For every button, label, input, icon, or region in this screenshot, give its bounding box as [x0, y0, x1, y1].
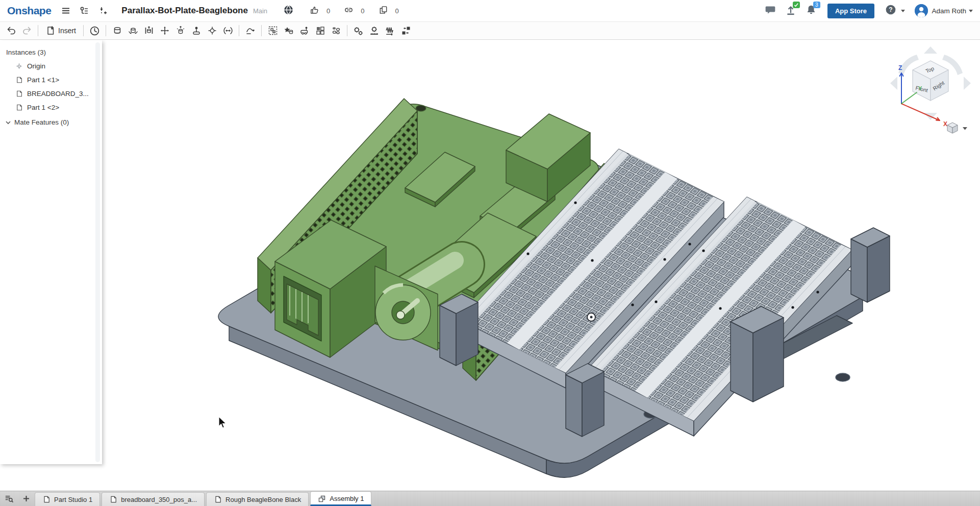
copy-count: 0 [395, 7, 399, 15]
user-menu[interactable]: Adam Roth [932, 7, 966, 15]
onshape-app: Onshape Parallax-Bot-Plate-Beaglebone Ma… [0, 0, 980, 506]
tab-assembly-1[interactable]: Assembly 1 [310, 491, 371, 506]
slider-mate-button[interactable] [141, 23, 157, 38]
user-icon [915, 4, 928, 17]
cylindrical-mate-button[interactable] [172, 23, 188, 38]
cylindrical-mate-icon [175, 26, 186, 36]
instance-label: Part 1 <2> [27, 104, 59, 111]
like-button[interactable] [310, 5, 319, 17]
chevron-down-icon [5, 119, 11, 126]
user-menu-caret-icon [969, 10, 973, 12]
rack-pinion-relation-button[interactable] [366, 23, 382, 38]
view-options-button[interactable] [947, 123, 967, 133]
instances-header: Instances (3) [0, 45, 102, 59]
assembly-toolbar: Insert [0, 21, 980, 40]
mouse-cursor [216, 416, 228, 429]
view-cube[interactable]: Top Front Right Z X Y [887, 43, 974, 138]
help-button[interactable]: ? [885, 4, 905, 17]
origin-icon [15, 62, 23, 70]
snap-mode-button[interactable] [296, 23, 312, 38]
ball-mate-button[interactable] [204, 23, 220, 38]
version-tree-icon [79, 6, 89, 16]
slider-mate-icon [144, 26, 154, 36]
view-options-caret-icon [963, 127, 967, 130]
link-icon [344, 5, 354, 15]
part-icon [15, 76, 23, 84]
branch-button[interactable] [96, 4, 109, 17]
instance-part1-2[interactable]: Part 1 <2> [0, 101, 102, 114]
document-title: Parallax-Bot-Plate-Beaglebone [121, 6, 248, 16]
svg-text:?: ? [889, 6, 892, 13]
instance-part1-1[interactable]: Part 1 <1> [0, 73, 102, 87]
globe-icon [283, 5, 294, 15]
publish-button[interactable] [785, 4, 796, 17]
tab-search-icon [4, 494, 14, 503]
snap-mode-icon [299, 26, 310, 36]
assembly-3d-model[interactable] [0, 40, 980, 491]
origin-marker[interactable] [587, 313, 595, 321]
redo-button[interactable] [19, 23, 35, 38]
planar-mate-icon [160, 26, 170, 36]
z-axis-label: Z [898, 64, 902, 71]
pin-slot-mate-icon [191, 26, 202, 36]
gear-relation-button[interactable] [350, 23, 366, 38]
exploded-view-icon [401, 26, 411, 36]
redo-icon [22, 26, 32, 36]
user-avatar[interactable] [915, 4, 928, 17]
sidebar-scrollbar[interactable] [95, 42, 100, 462]
document-tab-bar: Part Studio 1 breadboard_350_pos_a... Ro… [0, 491, 980, 506]
exploded-view-button[interactable] [398, 23, 414, 38]
tab-part-studio-1[interactable]: Part Studio 1 [35, 492, 100, 506]
tab-label: Assembly 1 [330, 495, 364, 502]
workspace-label[interactable]: Main [253, 7, 267, 15]
instance-breadboard[interactable]: BREADBOARD_3... [0, 87, 102, 101]
instance-label: Origin [27, 62, 45, 70]
check-icon [794, 3, 798, 7]
circular-pattern-button[interactable] [328, 23, 344, 38]
branch-plus-icon [97, 6, 108, 16]
rotate-tool-icon [89, 26, 100, 36]
tab-manager-button[interactable] [0, 491, 17, 506]
fastened-mate-icon [112, 26, 122, 36]
rotate-tool-button[interactable] [87, 23, 103, 38]
help-icon: ? [885, 4, 896, 15]
mate-features-section[interactable]: Mate Features (0) [0, 114, 102, 129]
group-button[interactable] [265, 23, 281, 38]
versions-button[interactable] [78, 4, 91, 17]
main-menu-button[interactable] [59, 4, 72, 17]
linked-documents-button[interactable] [344, 5, 354, 17]
revolute-mate-button[interactable] [125, 23, 141, 38]
undo-button[interactable] [3, 23, 19, 38]
screw-relation-icon [385, 26, 395, 36]
undo-icon [6, 26, 16, 36]
insert-label: Insert [58, 27, 76, 35]
like-count: 0 [326, 7, 330, 15]
onshape-logo[interactable]: Onshape [7, 5, 51, 17]
part-studio-icon [42, 495, 51, 503]
comments-button[interactable] [765, 4, 776, 17]
part-studio-icon [109, 495, 117, 503]
tab-breadboard[interactable]: breadboard_350_pos_a... [102, 492, 205, 506]
plus-icon [22, 494, 31, 503]
linear-pattern-button[interactable] [312, 23, 328, 38]
3d-viewport[interactable]: Top Front Right Z X Y [0, 40, 980, 491]
app-store-button[interactable]: App Store [827, 4, 874, 18]
notifications-button[interactable]: 3 [806, 4, 817, 17]
fastened-mate-button[interactable] [109, 23, 125, 38]
part-icon [15, 104, 23, 111]
copies-button[interactable] [379, 5, 388, 17]
new-tab-button[interactable] [17, 491, 35, 506]
insert-button[interactable]: Insert [41, 23, 80, 38]
tab-rough-beaglebone[interactable]: Rough BeagleBone Black [206, 492, 309, 506]
revolute-mate-icon [128, 26, 138, 36]
planar-mate-button[interactable] [157, 23, 172, 38]
pin-slot-mate-button[interactable] [188, 23, 204, 38]
linear-pattern-icon [315, 26, 325, 36]
tangent-mate-button[interactable] [242, 23, 258, 38]
share-visibility-button[interactable] [283, 5, 294, 17]
named-position-button[interactable] [281, 23, 296, 38]
publish-status-badge [793, 2, 800, 8]
screw-relation-button[interactable] [382, 23, 398, 38]
parallel-mate-button[interactable] [220, 23, 236, 38]
instance-origin[interactable]: Origin [0, 59, 102, 73]
